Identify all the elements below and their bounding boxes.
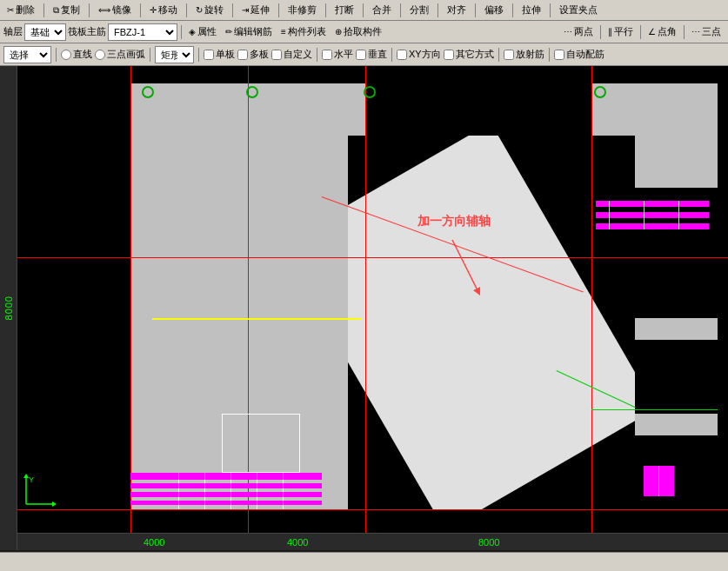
layer-label: 轴层 — [3, 25, 23, 38]
break-button[interactable]: 打断 — [331, 3, 357, 17]
green-line-h — [591, 409, 718, 410]
arc-option[interactable]: 三点画弧 — [95, 48, 145, 61]
xy-label: XY方向 — [409, 48, 441, 61]
ruler-label-8000: 8000 — [478, 537, 499, 548]
multi-board-checkbox[interactable] — [237, 50, 248, 60]
parallel-button[interactable]: ∥ 平行 — [604, 24, 637, 39]
radial-option[interactable]: 放射筋 — [504, 48, 544, 61]
multi-board-option[interactable]: 多板 — [237, 48, 269, 61]
offset-button[interactable]: 偏移 — [481, 3, 507, 17]
toolbar-3: 选择 直线 三点画弧 矩形 单板 多板 自定义 水平 垂直 XY方向 其它方式 — [0, 43, 728, 66]
untrim-button[interactable]: 非修剪 — [284, 3, 320, 17]
other-checkbox[interactable] — [444, 50, 454, 60]
point-angle-button[interactable]: ∠ 点角 — [645, 24, 680, 39]
edit-rebar-icon: ✏ — [225, 27, 232, 37]
yellow-line — [152, 318, 361, 320]
shape-select[interactable]: 矩形 — [155, 46, 194, 63]
other-option[interactable]: 其它方式 — [444, 48, 494, 61]
white-line-3 — [230, 473, 231, 509]
arc-radio[interactable] — [95, 50, 105, 60]
vertical-label: 垂直 — [368, 48, 387, 61]
pick-component-button[interactable]: ⊕ 拾取构件 — [331, 24, 385, 39]
magenta-bar-right-1 — [596, 201, 709, 207]
line-option[interactable]: 直线 — [61, 48, 92, 61]
component-list-button[interactable]: ≡ 构件列表 — [277, 24, 330, 39]
custom-checkbox[interactable] — [271, 50, 282, 60]
auto-rebar-option[interactable]: 自动配筋 — [554, 48, 604, 61]
sep-t3-3 — [198, 48, 199, 62]
delete-button[interactable]: ✂ 删除 — [3, 3, 38, 17]
grip-button[interactable]: 设置夹点 — [556, 3, 601, 17]
list-icon: ≡ — [281, 27, 286, 37]
svg-text:Y: Y — [29, 475, 34, 484]
white-line-sq — [658, 466, 659, 496]
toolbar-2: 轴层 基础 筏板主筋 FBZJ-1 ◈ 属性 ✏ 编辑钢筋 ≡ 构件列表 ⊕ 拾… — [0, 21, 728, 43]
custom-option[interactable]: 自定义 — [271, 48, 312, 61]
white-line-r-1 — [609, 201, 610, 229]
main-canvas-area: 8000 — [0, 66, 728, 550]
separator-12 — [512, 3, 513, 17]
move-button[interactable]: ✛ 移动 — [146, 3, 181, 17]
edit-rebar-button[interactable]: ✏ 编辑钢筋 — [222, 24, 276, 39]
mirror-button[interactable]: ⟺ 镜像 — [95, 3, 135, 17]
custom-label: 自定义 — [284, 48, 312, 61]
mirror-icon: ⟺ — [98, 5, 110, 15]
single-board-option[interactable]: 单板 — [204, 48, 235, 61]
red-line-v-3 — [365, 66, 366, 533]
circle-marker-4 — [594, 86, 606, 98]
vertical-checkbox[interactable] — [356, 50, 366, 60]
svg-text:X: X — [46, 508, 51, 508]
auto-rebar-label: 自动配筋 — [566, 48, 604, 61]
split-button[interactable]: 分割 — [406, 3, 432, 17]
separator-4 — [186, 3, 187, 17]
magenta-bar-right-3 — [596, 223, 709, 229]
radial-checkbox[interactable] — [504, 50, 514, 60]
other-label: 其它方式 — [456, 48, 494, 61]
sep-t3-7 — [549, 48, 550, 62]
toolbar-1: ✂ 删除 ⧉ 复制 ⟺ 镜像 ✛ 移动 ↻ 旋转 ⇥ 延伸 非修剪 打断 合并 … — [0, 0, 728, 21]
properties-button[interactable]: ◈ 属性 — [185, 24, 220, 39]
sep-t2-2 — [600, 25, 601, 39]
vertical-option[interactable]: 垂直 — [356, 48, 387, 61]
horizontal-checkbox[interactable] — [322, 50, 332, 60]
align-button[interactable]: 对齐 — [444, 3, 470, 17]
separator-7 — [325, 3, 326, 17]
separator-1 — [43, 3, 44, 17]
horizontal-option[interactable]: 水平 — [322, 48, 353, 61]
layer-select[interactable]: 基础 — [24, 23, 66, 41]
multi-board-label: 多板 — [250, 48, 269, 61]
component-label: 筏板主筋 — [68, 25, 106, 38]
horizontal-label: 水平 — [334, 48, 353, 61]
white-line-1 — [178, 473, 179, 509]
sep-t2-3 — [640, 25, 641, 39]
single-board-checkbox[interactable] — [204, 50, 214, 60]
sep-t3-5 — [391, 48, 392, 62]
two-point-button[interactable]: ⋯ 两点 — [560, 24, 597, 39]
two-point-icon: ⋯ — [564, 27, 572, 37]
xy-checkbox[interactable] — [397, 50, 407, 60]
merge-button[interactable]: 合并 — [369, 3, 395, 17]
canvas-viewport[interactable]: 加一方向辅轴 X Y — [17, 66, 728, 533]
drawing-canvas[interactable]: 加一方向辅轴 X Y — [17, 66, 728, 533]
line-radio[interactable] — [61, 50, 71, 60]
copy-button[interactable]: ⧉ 复制 — [50, 3, 83, 17]
xy-option[interactable]: XY方向 — [397, 48, 441, 61]
auto-rebar-checkbox[interactable] — [554, 50, 564, 60]
single-board-label: 单板 — [216, 48, 235, 61]
three-point-button[interactable]: ⋯ 三点 — [688, 24, 725, 39]
ruler-label-4000-1: 4000 — [144, 537, 164, 548]
circle-marker-3 — [364, 86, 376, 98]
extend-button[interactable]: ⇥ 延伸 — [238, 3, 273, 17]
select-mode[interactable]: 选择 — [3, 46, 51, 63]
sep-t3-2 — [150, 48, 150, 62]
ruler-bottom: 4000 4000 8000 — [17, 533, 728, 550]
magenta-bar-bottom-2 — [130, 483, 322, 488]
component-select[interactable]: FBZJ-1 — [108, 23, 177, 41]
sep-t3-4 — [317, 48, 317, 62]
rotate-button[interactable]: ↻ 旋转 — [192, 3, 227, 17]
stretch-button[interactable]: 拉伸 — [518, 3, 544, 17]
move-icon: ✛ — [150, 5, 157, 15]
white-line-r-2 — [644, 201, 645, 229]
copy-icon: ⧉ — [53, 5, 59, 16]
separator-2 — [89, 3, 90, 17]
